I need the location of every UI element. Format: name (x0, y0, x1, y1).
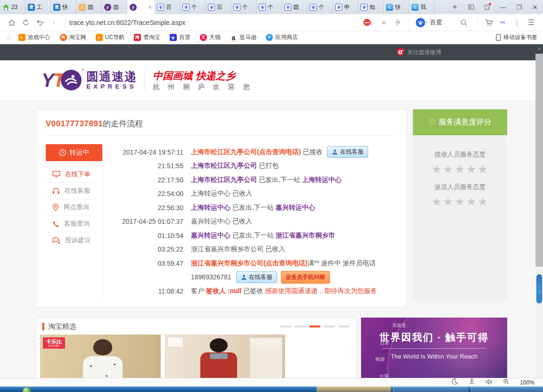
star-icon[interactable]: ★ (431, 195, 443, 208)
start-button[interactable] (23, 387, 31, 392)
scroll-up-icon[interactable]: ▲ (537, 46, 541, 50)
search-box[interactable]: ▾ 百度 (413, 16, 474, 30)
scrollbar-marker[interactable] (536, 274, 542, 303)
courier-phone-correction-button[interactable]: 业务员手机纠错 (281, 271, 330, 284)
browser-tab[interactable]: 个 (180, 0, 206, 14)
favorites-star-icon[interactable]: ☆ (6, 34, 12, 41)
lightning-icon[interactable]: ▾ (391, 16, 405, 30)
status-button[interactable]: 转运中 (46, 144, 102, 161)
browser-tab[interactable]: 个 (256, 0, 282, 14)
star-icon[interactable]: ★ (454, 195, 466, 208)
bookmark-item[interactable]: ▸游戏中心 (18, 33, 50, 41)
night-mode-icon[interactable] (452, 378, 458, 387)
tab-list-icon[interactable] (463, 0, 479, 14)
tab-close-icon[interactable]: ✕ (148, 4, 152, 10)
star-icon[interactable]: ★ (443, 163, 454, 176)
international-banner[interactable]: 东南亚日本韩国台湾 世界因我们 · 触手可得 The World Is With… (361, 318, 507, 378)
more-options-icon[interactable]: ⋮ (510, 16, 524, 30)
bookmark-item[interactable]: a亚马逊 (230, 33, 256, 41)
station-link[interactable]: 上海市松江区九亭公司(点击查询电话) (191, 148, 301, 156)
product-image[interactable]: ¥ 288.00 月销 : 0 (165, 335, 285, 378)
browser-tab[interactable]: C快 (384, 0, 409, 14)
station-link[interactable]: 上海市松江区九亭公司 (191, 176, 257, 184)
station-link[interactable]: 嘉兴转运中心 (276, 204, 315, 212)
station-link[interactable]: 上海转运中心 (191, 204, 230, 212)
browser-tab[interactable]: 个 (307, 0, 333, 14)
browser-tab[interactable]: 圆 (282, 0, 307, 14)
browser-tab[interactable]: 23 (0, 0, 25, 14)
zoom-level[interactable]: 100% (520, 379, 535, 386)
skin-icon[interactable] (479, 0, 495, 14)
carousel-indicator[interactable] (280, 326, 291, 327)
reload-icon[interactable] (19, 16, 33, 30)
online-service-button[interactable]: 在线客服 (327, 146, 368, 158)
scrollbar-thumb[interactable] (535, 54, 543, 267)
star-icon[interactable]: ★ (466, 195, 477, 208)
address-bar[interactable]: trace.yto.net.cn:8022/TraceSimple.aspx (69, 19, 363, 26)
engine-dropdown-icon[interactable]: ▾ (426, 20, 428, 24)
bookmark-item[interactable]: 百度 (170, 33, 190, 41)
browser-tab[interactable]: 百 (155, 0, 180, 14)
carousel-indicator[interactable] (295, 326, 306, 327)
home-icon[interactable] (5, 16, 19, 30)
mobile-bookmarks-button[interactable]: 移动设备书签 (496, 33, 537, 41)
star-icon[interactable]: ★ (466, 163, 477, 176)
bookmark-item[interactable]: 淘淘宝网 (60, 33, 86, 41)
back-icon[interactable]: ‹ (47, 16, 61, 30)
taskbar-app-button[interactable] (393, 386, 469, 392)
browser-tab[interactable]: C我 (409, 0, 435, 14)
star-icon[interactable]: ★ (477, 163, 489, 176)
browser-tab[interactable]: 个 (231, 0, 256, 14)
station-link[interactable]: 上海转运中心 (302, 176, 342, 184)
bookmark-item[interactable]: 淘爱淘宝 (134, 33, 160, 41)
undo-dropdown-icon[interactable]: ▾ (42, 20, 44, 24)
sidebar-item[interactable]: 在线客服 (46, 182, 96, 199)
lightning-dropdown-icon[interactable]: ▾ (398, 20, 400, 24)
minimize-button[interactable]: — (495, 0, 511, 14)
station-link[interactable]: 浙江省嘉兴市桐乡市 (276, 231, 335, 240)
browser-tab[interactable]: 知 (358, 0, 384, 14)
new-tab-button[interactable]: + (447, 0, 463, 14)
zoom-icon[interactable] (503, 378, 510, 387)
bookmark-item[interactable]: 天天猫 (200, 33, 221, 41)
follow-weibo-link[interactable]: 关注圆通微博 (397, 48, 441, 57)
browser-tab[interactable]: 查快 (51, 0, 76, 14)
browser-tab[interactable]: 人圆 (76, 0, 102, 14)
search-engine-label[interactable]: 百度 (430, 18, 442, 27)
maximize-button[interactable]: ❐ (511, 0, 527, 14)
browser-tab[interactable]: 百 (206, 0, 231, 14)
browser-tab[interactable]: 申 (333, 0, 358, 14)
taskbar-app-button[interactable] (317, 386, 391, 392)
windows-taskbar[interactable] (0, 386, 543, 392)
search-engine-icon[interactable] (416, 18, 425, 27)
bookmark-item[interactable]: ▸UC导航 (96, 33, 124, 41)
star-icon[interactable]: ★ (431, 163, 443, 176)
undo-icon[interactable]: ▾ (33, 16, 47, 30)
taskbar-app-button[interactable] (471, 386, 543, 392)
sidebar-item[interactable]: 网点查询 (46, 199, 96, 215)
online-service-button[interactable]: 在线客服 (236, 271, 277, 283)
station-link[interactable]: 浙江省嘉兴市桐乡市公司(点击查询电话) (191, 259, 307, 268)
close-button[interactable]: ✕ (527, 0, 543, 14)
search-icon[interactable] (457, 16, 471, 30)
browser-tab[interactable]: 查工 (25, 0, 51, 14)
scissors-icon[interactable]: ✂ (496, 16, 510, 30)
cart-icon[interactable] (482, 16, 496, 30)
bookmark-star-icon[interactable]: ★ (377, 16, 391, 30)
browser-tab-active[interactable]: y✕ (127, 0, 155, 14)
star-icon[interactable]: ★ (454, 163, 466, 176)
bookmark-item[interactable]: P应用商店 (266, 33, 298, 41)
product-image[interactable]: 卡乐比 CROBI (40, 335, 161, 378)
download-icon[interactable] (469, 378, 475, 387)
star-icon[interactable]: ★ (443, 195, 454, 208)
star-icon[interactable]: ★ (477, 195, 489, 208)
sidebar-item[interactable]: 在线下单 (46, 166, 96, 182)
page-scrollbar[interactable]: ▲ (535, 44, 543, 378)
speaker-icon[interactable] (485, 378, 493, 387)
yto-logo[interactable]: YT (41, 70, 64, 91)
ad-blocker-button[interactable]: 4 (363, 19, 372, 26)
carousel-indicator[interactable] (309, 326, 321, 327)
sidebar-item[interactable]: 投诉建议 (46, 232, 96, 248)
sidebar-item[interactable]: 客服查询 (46, 215, 96, 232)
station-link[interactable]: 上海市松江区九亭公司 (191, 162, 257, 170)
